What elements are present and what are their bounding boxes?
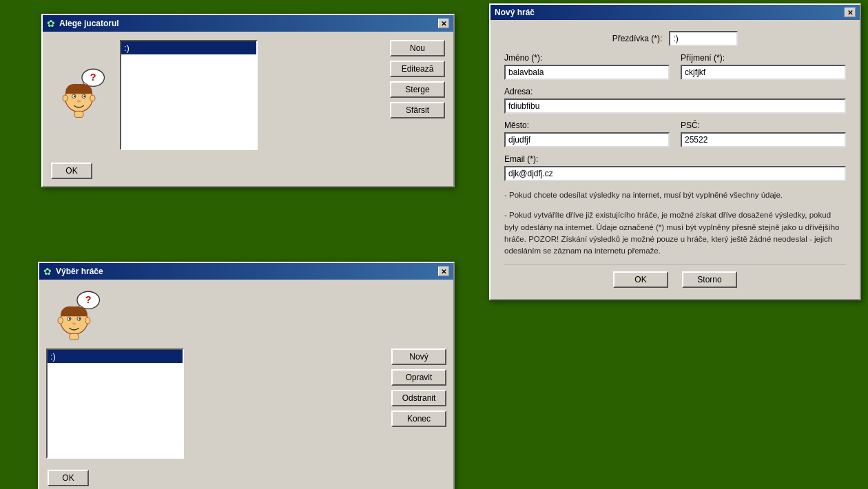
dialog1-title-icon: ✿ (47, 18, 55, 29)
svg-text:?: ? (85, 294, 92, 305)
dialog1-list-and-buttons: :) Nou Editează Sterge Sfârsit (120, 40, 445, 150)
email-section: Email (*): (504, 154, 846, 181)
novy-hrac-dialog: Nový hráč ✕ Přezdívka (*): Jméno (*): Př… (489, 3, 861, 300)
svg-text:?: ? (90, 72, 96, 83)
avatar-icon: ? (54, 64, 110, 126)
svg-point-18 (69, 318, 71, 320)
svg-point-8 (77, 100, 81, 103)
prijmeni-col: Příjmení (*): (681, 53, 846, 80)
mesto-col: Město: (504, 121, 670, 147)
info-text-2: - Pokud vytváříte dříve již existujícího… (504, 209, 846, 257)
svg-point-10 (90, 95, 95, 101)
adresa-input[interactable] (504, 98, 846, 114)
avatar2-icon: ? (50, 287, 105, 348)
svg-rect-23 (70, 333, 79, 340)
dialog2-listbox-container: :) (46, 348, 386, 459)
svg-point-21 (58, 318, 63, 324)
dialog3-close-button[interactable]: ✕ (845, 8, 856, 17)
dialog2-body: ? :) Nový (39, 280, 453, 466)
dialog2-ok-button[interactable]: OK (48, 470, 89, 486)
mesto-label: Město: (504, 121, 670, 130)
dialog1-listbox-container: :) (120, 40, 384, 150)
dialog2-list-and-buttons: :) Nový Opravit Odstranit Konec (46, 348, 446, 459)
psc-label: PSČ: (681, 121, 846, 130)
prezdivka-label: Přezdívka (*): (612, 34, 663, 43)
alege-jucatorul-dialog: ✿ Alege jucatorul ✕ ? (41, 14, 455, 187)
mesto-psc-row: Město: PSČ: (504, 121, 846, 147)
svg-point-20 (72, 322, 76, 325)
svg-point-7 (83, 95, 85, 97)
dialog1-titlebar: ✿ Alege jucatorul ✕ (43, 15, 453, 32)
dialog2-close-button[interactable]: ✕ (438, 267, 449, 276)
dialog3-storno-button[interactable]: Storno (682, 271, 737, 288)
dialog3-titlebar: Nový hráč ✕ (490, 5, 860, 20)
list-item[interactable]: :) (121, 41, 256, 54)
dialog2-listbox[interactable]: :) (46, 348, 184, 459)
dialog2-buttons-col: Nový Opravit Odstranit Konec (391, 348, 446, 459)
adresa-label: Adresa: (504, 87, 846, 96)
dialog1-buttons-col: Nou Editează Sterge Sfârsit (390, 40, 445, 150)
dialog2-titlebar: ✿ Výběr hráče ✕ (39, 263, 453, 280)
dialog2-title: Výběr hráče (56, 267, 434, 276)
adresa-section: Adresa: (504, 87, 846, 114)
psc-col: PSČ: (681, 121, 846, 147)
sterge-button[interactable]: Sterge (390, 81, 445, 98)
jmeno-prijmeni-row: Jméno (*): Příjmení (*): (504, 53, 846, 80)
dialog1-close-button[interactable]: ✕ (438, 19, 449, 28)
prezdivka-row: Přezdívka (*): (504, 31, 846, 46)
novy-button[interactable]: Nový (391, 348, 446, 365)
dialog1-title: Alege jucatorul (59, 19, 434, 28)
dialog1-ok-button[interactable]: OK (51, 163, 92, 179)
dialog1-body: ? (43, 32, 453, 158)
info-text-1: - Pokud chcete odesílat výsledky na inte… (504, 189, 846, 201)
svg-point-6 (74, 95, 76, 97)
dialog2-avatar-area: ? (46, 287, 108, 348)
odstranit-button[interactable]: Odstranit (391, 390, 446, 406)
list-item[interactable]: :) (48, 350, 183, 363)
dialog3-body: Přezdívka (*): Jméno (*): Příjmení (*): … (490, 20, 860, 299)
editeaza-button[interactable]: Editează (390, 61, 445, 77)
svg-rect-11 (74, 111, 83, 117)
svg-point-22 (85, 318, 90, 324)
opravit-button[interactable]: Opravit (391, 369, 446, 386)
dialog1-avatar-area: ? (51, 40, 113, 150)
dialog2-ok-row: OK (39, 466, 453, 489)
konec-button[interactable]: Konec (391, 410, 446, 427)
psc-input[interactable] (681, 132, 846, 147)
mesto-input[interactable] (504, 132, 670, 147)
svg-point-19 (79, 318, 81, 320)
dialog3-ok-button[interactable]: OK (613, 271, 668, 288)
email-label: Email (*): (504, 154, 846, 164)
dialog3-title: Nový hráč (495, 8, 840, 17)
sfarsit-button[interactable]: Sfârsit (390, 102, 445, 118)
nou-button[interactable]: Nou (390, 40, 445, 56)
svg-point-9 (63, 95, 68, 101)
prijmeni-label: Příjmení (*): (681, 53, 846, 63)
prijmeni-input[interactable] (681, 65, 846, 80)
prezdivka-input[interactable] (669, 31, 738, 46)
jmeno-input[interactable] (504, 65, 670, 80)
jmeno-label: Jméno (*): (504, 53, 670, 63)
jmeno-col: Jméno (*): (504, 53, 670, 80)
dialog1-ok-row: OK (43, 158, 453, 186)
vyber-hrace-dialog: ✿ Výběr hráče ✕ ? (38, 262, 455, 489)
dialog1-listbox[interactable]: :) (120, 40, 258, 150)
email-input[interactable] (504, 166, 846, 181)
dialog3-footer: OK Storno (504, 264, 846, 292)
dialog2-title-icon: ✿ (43, 266, 52, 277)
